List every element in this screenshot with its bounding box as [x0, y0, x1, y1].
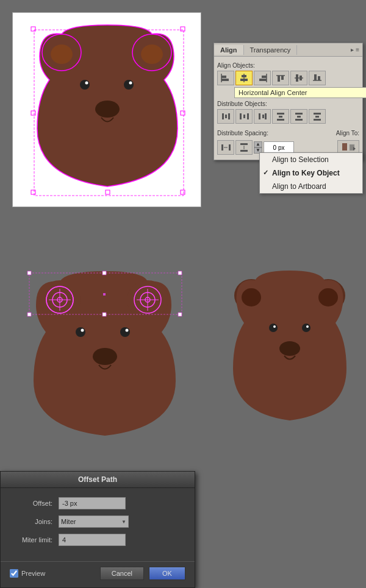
px-stepper[interactable]: ▲ ▼	[254, 141, 262, 154]
svg-rect-55	[314, 119, 321, 121]
align-top-button[interactable]	[272, 71, 289, 85]
distribute-center-v-button[interactable]	[290, 109, 307, 124]
svg-rect-35	[314, 74, 317, 80]
svg-rect-50	[295, 113, 303, 115]
svg-point-88	[81, 329, 84, 332]
svg-rect-4	[31, 111, 35, 115]
align-middle-v-button[interactable]	[290, 71, 307, 85]
joins-row: Joins: Miter Round Bevel ▼	[13, 515, 182, 528]
svg-rect-6	[31, 190, 35, 194]
align-bottom-button[interactable]	[309, 71, 326, 85]
bear-illustration-bottom-right	[226, 262, 354, 445]
ok-button[interactable]: OK	[149, 567, 185, 580]
distribute-center-h-button[interactable]	[235, 109, 253, 124]
svg-rect-1	[31, 27, 35, 31]
svg-point-17	[85, 82, 88, 85]
svg-rect-82	[27, 313, 31, 316]
top-section: Align Transparency ▸ ≡ Align Objects:	[0, 0, 366, 225]
canvas-bottom-right	[226, 262, 354, 451]
align-objects-label: Align Objects:	[217, 62, 359, 69]
svg-point-16	[124, 80, 134, 90]
offset-input[interactable]	[59, 497, 126, 509]
svg-point-90	[93, 348, 117, 365]
svg-rect-39	[225, 115, 227, 118]
svg-point-18	[129, 82, 132, 85]
distribute-bottom-button[interactable]	[309, 109, 326, 124]
joins-label: Joins:	[13, 518, 59, 525]
svg-rect-85	[103, 293, 106, 296]
svg-rect-62	[342, 143, 347, 151]
svg-rect-27	[259, 79, 267, 81]
dropdown-item-selection[interactable]: Align to Selection	[260, 153, 362, 166]
svg-point-98	[306, 325, 309, 328]
svg-rect-83	[178, 313, 182, 316]
svg-rect-46	[265, 113, 267, 119]
svg-rect-81	[178, 271, 182, 275]
svg-rect-8	[181, 190, 185, 194]
miter-limit-label: Miter limit:	[13, 536, 59, 544]
tab-transparency[interactable]: Transparency	[244, 45, 298, 55]
align-left-button[interactable]	[217, 71, 234, 85]
dist-space-v-button[interactable]	[235, 140, 253, 155]
dropdown-item-key-object[interactable]: Align to Key Object	[260, 166, 362, 180]
svg-point-14	[141, 44, 163, 64]
px-input[interactable]: 0 px	[264, 141, 294, 154]
svg-point-89	[126, 329, 129, 332]
svg-point-19	[95, 101, 120, 118]
svg-rect-79	[27, 271, 31, 275]
svg-rect-59	[240, 143, 248, 145]
align-objects-row	[217, 71, 359, 85]
svg-rect-36	[318, 76, 320, 80]
svg-rect-51	[297, 116, 301, 118]
svg-rect-30	[281, 76, 284, 80]
svg-rect-3	[181, 27, 185, 31]
svg-point-15	[80, 80, 90, 90]
align-right-button[interactable]	[254, 71, 271, 85]
panel-tabs: Align Transparency ▸ ≡	[214, 43, 362, 57]
svg-rect-29	[278, 76, 280, 82]
svg-rect-60	[240, 150, 248, 152]
canvas-top	[12, 12, 201, 207]
svg-rect-40	[228, 113, 230, 119]
svg-point-94	[318, 288, 338, 306]
dropdown-item-artboard[interactable]: Align to Artboard	[260, 180, 362, 193]
svg-rect-41	[240, 113, 242, 119]
miter-limit-input[interactable]	[59, 534, 126, 546]
miter-limit-row: Miter limit:	[13, 534, 182, 546]
offset-label: Offset:	[13, 500, 59, 507]
stepper-up[interactable]: ▲	[254, 141, 262, 147]
align-center-h-button[interactable]	[235, 71, 253, 85]
dialog-footer: Preview Cancel OK	[1, 561, 195, 587]
svg-rect-43	[247, 113, 249, 119]
joins-select[interactable]: Miter Round Bevel	[59, 515, 129, 528]
svg-point-99	[279, 341, 300, 356]
dialog-title: Offset Path	[1, 472, 195, 488]
svg-rect-21	[221, 79, 229, 81]
bear-illustration-bottom-left	[12, 262, 195, 445]
tooltip: Horizontal Align Center	[234, 87, 366, 98]
svg-rect-5	[181, 111, 185, 115]
distribute-right-button[interactable]	[254, 109, 271, 124]
cancel-button[interactable]: Cancel	[100, 567, 144, 580]
svg-rect-7	[106, 190, 110, 194]
tab-align[interactable]: Align	[214, 45, 244, 55]
dialog-buttons: Cancel OK	[100, 567, 185, 580]
dist-space-h-button[interactable]	[217, 140, 234, 155]
distribute-top-button[interactable]	[272, 109, 289, 124]
align-panel: Align Transparency ▸ ≡ Align Objects:	[214, 43, 363, 160]
svg-rect-47	[277, 113, 284, 115]
svg-rect-53	[314, 113, 321, 115]
svg-rect-52	[295, 119, 303, 121]
distribute-left-button[interactable]	[217, 109, 234, 124]
svg-rect-49	[277, 119, 284, 121]
bottom-section: Offset Path Offset: Joins: Miter Round B…	[0, 225, 366, 588]
svg-rect-44	[259, 113, 260, 119]
panel-menu-arrow[interactable]: ▸ ≡	[348, 45, 362, 54]
svg-rect-45	[262, 115, 264, 118]
preview-checkbox[interactable]	[10, 569, 18, 578]
svg-point-93	[242, 288, 261, 306]
svg-rect-54	[315, 116, 319, 118]
svg-rect-56	[221, 144, 223, 151]
svg-rect-80	[102, 271, 106, 275]
svg-rect-84	[102, 313, 106, 316]
